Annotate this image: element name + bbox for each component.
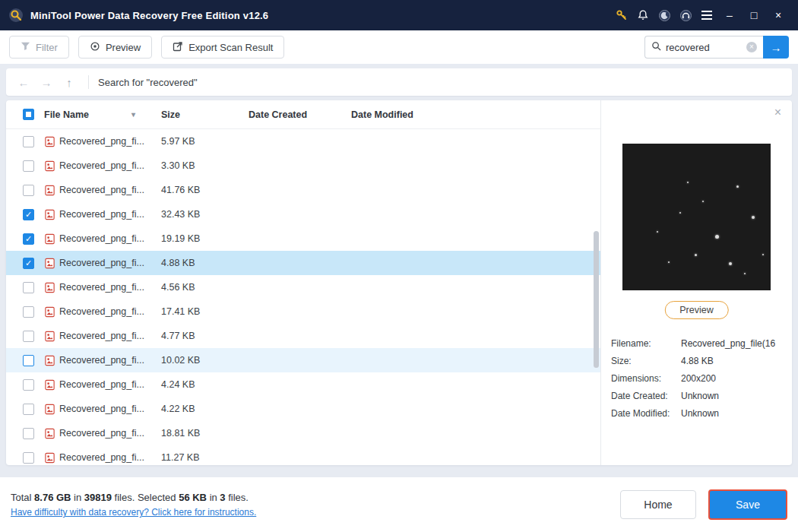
file-name: Recovered_png_fi... [59, 428, 161, 439]
table-row[interactable]: ✓ Recovered_png_fi... 4.56 KB [6, 275, 600, 299]
license-key-icon[interactable] [611, 5, 632, 26]
row-checkbox[interactable]: ✓ [23, 185, 34, 196]
table-row[interactable]: ✓ Recovered_png_fi... 32.43 KB [6, 202, 600, 226]
row-checkbox[interactable]: ✓ [23, 282, 34, 293]
forward-button[interactable]: → [36, 76, 56, 89]
table-row[interactable]: ✓ Recovered_png_fi... 4.24 KB [6, 372, 600, 397]
preview-info-row: Date Created: Unknown [611, 387, 789, 404]
file-size: 4.24 KB [161, 379, 249, 390]
summary-segment: files. [226, 492, 249, 503]
row-checkbox[interactable]: ✓ [23, 209, 34, 220]
table-row[interactable]: ✓ Recovered_png_fi... 5.97 KB [6, 129, 600, 154]
file-name: Recovered_png_fi... [59, 185, 161, 195]
summary-segment: 39819 [84, 492, 112, 503]
file-name: Recovered_png_fi... [59, 233, 161, 244]
preview-info-row: Dimensions: 200x200 [611, 369, 789, 387]
row-checkbox[interactable]: ✓ [23, 258, 34, 269]
menu-icon[interactable] [696, 5, 717, 26]
back-button[interactable]: ← [14, 76, 33, 89]
preview-info-list: Filename: Recovered_png_file(16 Size: 4.… [611, 334, 789, 422]
summary-segment: 8.76 GB [34, 492, 71, 503]
info-value: Unknown [681, 408, 719, 419]
image-file-icon [44, 404, 59, 415]
search-bar: × → [644, 36, 789, 59]
close-button[interactable]: × [766, 5, 790, 26]
summary-segment: 56 KB [179, 492, 207, 503]
navigation-bar: ← → ↑ Search for "recovered" [6, 68, 792, 96]
row-checkbox[interactable]: ✓ [23, 404, 34, 415]
table-row[interactable]: ✓ Recovered_png_fi... 4.22 KB [6, 397, 600, 421]
sort-dropdown-icon[interactable]: ▾ [131, 110, 135, 119]
help-link[interactable]: Have difficulty with data recovery? Clic… [11, 507, 256, 518]
file-name: Recovered_png_fi... [59, 306, 161, 317]
row-checkbox[interactable]: ✓ [23, 331, 34, 342]
row-checkbox[interactable]: ✓ [23, 136, 34, 147]
column-header-size[interactable]: Size [161, 109, 249, 120]
row-checkbox[interactable]: ✓ [23, 160, 34, 172]
preview-image-button[interactable]: Preview [664, 301, 728, 319]
image-file-icon [44, 258, 59, 269]
column-header-file-name[interactable]: File Name [44, 109, 89, 120]
support-headset-icon[interactable] [675, 5, 696, 26]
search-input[interactable] [666, 42, 742, 53]
table-row[interactable]: ✓ Recovered_png_fi... 4.88 KB [6, 251, 600, 275]
file-size: 4.77 KB [161, 331, 249, 341]
table-row[interactable]: ✓ Recovered_png_fi... 3.30 KB [6, 154, 600, 178]
select-all-checkbox[interactable] [23, 109, 34, 120]
preview-toggle-button[interactable]: Preview [78, 36, 152, 59]
row-checkbox[interactable]: ✓ [23, 452, 34, 464]
file-size: 11.27 KB [161, 452, 249, 463]
row-checkbox[interactable]: ✓ [23, 306, 34, 318]
clear-search-icon[interactable]: × [746, 42, 757, 52]
image-file-icon [44, 136, 59, 147]
image-file-icon [44, 379, 59, 391]
minimize-button[interactable]: – [717, 5, 742, 26]
row-checkbox[interactable]: ✓ [23, 233, 34, 245]
file-size: 4.88 KB [161, 258, 249, 268]
table-row[interactable]: ✓ Recovered_png_fi... 4.77 KB [6, 324, 600, 348]
scrollbar-thumb[interactable] [594, 231, 599, 368]
preview-button-label: Preview [106, 42, 141, 53]
info-label: Size: [611, 356, 681, 366]
titlebar: MiniTool Power Data Recovery Free Editio… [0, 0, 798, 30]
table-row[interactable]: ✓ Recovered_png_fi... 18.81 KB [6, 421, 600, 445]
column-header-date-created[interactable]: Date Created [249, 109, 351, 120]
maximize-button[interactable]: □ [742, 5, 766, 26]
preview-panel: × Preview Filename: Recovered_png_file(1… [600, 100, 792, 465]
notifications-bell-icon[interactable] [632, 5, 654, 26]
filter-button-label: Filter [36, 42, 58, 53]
summary-segment: in [71, 492, 84, 503]
row-checkbox[interactable]: ✓ [23, 428, 34, 439]
image-file-icon [44, 160, 59, 172]
search-go-button[interactable]: → [763, 36, 789, 59]
file-size: 32.43 KB [161, 209, 249, 220]
file-name: Recovered_png_fi... [59, 209, 161, 220]
nav-divider [88, 75, 89, 89]
theme-icon[interactable] [654, 5, 675, 26]
export-scan-result-button[interactable]: Export Scan Result [161, 36, 284, 59]
window-title: MiniTool Power Data Recovery Free Editio… [30, 10, 268, 21]
table-row[interactable]: ✓ Recovered_png_fi... 17.41 KB [6, 299, 600, 324]
table-row[interactable]: ✓ Recovered_png_fi... 41.76 KB [6, 178, 600, 202]
file-size: 4.22 KB [161, 404, 249, 414]
file-list-area: File Name ▾ Size Date Created Date Modif… [6, 100, 600, 465]
home-button[interactable]: Home [620, 490, 696, 519]
table-row[interactable]: ✓ Recovered_png_fi... 10.02 KB [6, 348, 600, 372]
row-checkbox[interactable]: ✓ [23, 379, 34, 391]
up-button[interactable]: ↑ [59, 76, 79, 89]
row-checkbox[interactable]: ✓ [23, 355, 34, 366]
save-button[interactable]: Save [708, 489, 787, 520]
info-label: Filename: [611, 338, 681, 349]
filter-button[interactable]: Filter [9, 36, 69, 59]
table-row[interactable]: ✓ Recovered_png_fi... 19.19 KB [6, 226, 600, 251]
selection-summary: Total 8.76 GB in 39819 files. Selected 5… [11, 492, 256, 503]
info-label: Date Modified: [611, 408, 681, 419]
image-file-icon [44, 306, 59, 318]
file-list: ✓ Recovered_png_fi... 5.97 KB ✓ Recovere… [6, 129, 600, 465]
table-row[interactable]: ✓ Recovered_png_fi... 11.27 KB [6, 445, 600, 465]
main-panel: File Name ▾ Size Date Created Date Modif… [6, 100, 792, 465]
toolbar: Filter Preview Export Scan Result × → [0, 30, 798, 64]
close-preview-icon[interactable]: × [774, 106, 781, 119]
summary-segment: Total [11, 492, 34, 503]
column-header-date-modified[interactable]: Date Modified [351, 109, 590, 120]
